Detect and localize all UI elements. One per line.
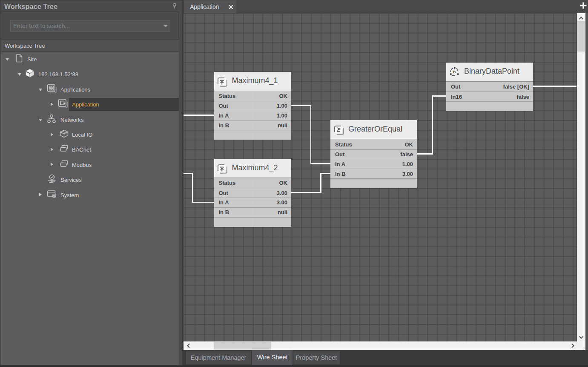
- svg-text:B: B: [453, 70, 456, 74]
